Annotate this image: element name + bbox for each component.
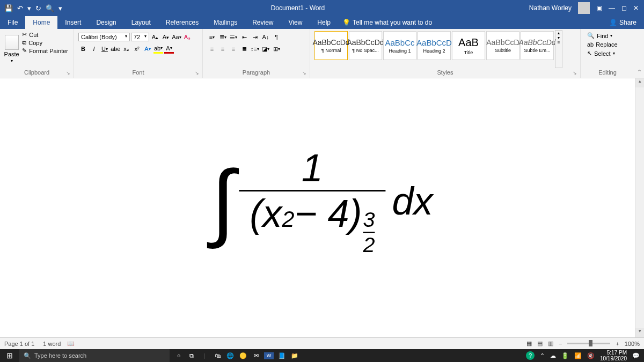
style-no-spacing[interactable]: AaBbCcDd¶ No Spac... (349, 31, 382, 60)
justify-button[interactable]: ≣ (239, 44, 249, 54)
spell-check-icon[interactable]: 📖 (67, 340, 75, 347)
subscript-button[interactable]: x₂ (121, 44, 131, 54)
bullets-button[interactable]: ≡▾ (207, 32, 217, 42)
read-mode-icon[interactable]: ▦ (526, 340, 532, 347)
taskbar-search[interactable]: 🔍 Type here to search (19, 349, 170, 362)
page-status[interactable]: Page 1 of 1 (4, 341, 34, 347)
line-spacing-button[interactable]: ↕≡▾ (250, 44, 260, 54)
style-subtitle[interactable]: AaBbCcDSubtitle (486, 31, 519, 60)
grow-font-button[interactable]: A▴ (150, 32, 160, 42)
cortana-icon[interactable]: ○ (174, 352, 184, 359)
user-name[interactable]: Nathan Worley (529, 4, 572, 12)
styles-launcher[interactable]: ↘ (573, 70, 577, 76)
replace-button[interactable]: abReplace (587, 41, 618, 48)
app-icon[interactable]: 📘 (277, 352, 287, 359)
scroll-down-icon[interactable]: ▾ (635, 328, 644, 337)
tab-help[interactable]: Help (310, 16, 338, 29)
strike-button[interactable]: abc (111, 44, 120, 54)
align-right-button[interactable]: ≡ (229, 44, 238, 54)
cut-button[interactable]: ✂Cut (22, 31, 68, 38)
bold-button[interactable]: B (78, 44, 88, 54)
paste-button[interactable]: Paste ▾ (3, 30, 20, 68)
qat-customize[interactable]: ▾ (58, 4, 62, 12)
tab-design[interactable]: Design (89, 16, 123, 29)
volume-icon[interactable]: 🔇 (587, 352, 595, 359)
style-normal[interactable]: AaBbCcDd¶ Normal (314, 31, 348, 60)
mail-icon[interactable]: ✉ (251, 352, 261, 359)
help-icon[interactable]: ? (526, 351, 535, 360)
tab-home[interactable]: Home (25, 16, 57, 29)
styles-scroll-down[interactable]: ▾ (555, 35, 562, 40)
shrink-font-button[interactable]: A▾ (161, 32, 171, 42)
edge-icon[interactable]: 🌐 (225, 352, 235, 359)
clear-format-button[interactable]: Aᵩ (182, 32, 192, 42)
align-left-button[interactable]: ≡ (207, 44, 217, 54)
share-button[interactable]: 👤 Share (602, 19, 644, 26)
style-subtle-em[interactable]: AaBbCcDdSubtle Em... (521, 31, 554, 60)
sort-button[interactable]: A↓ (261, 32, 270, 42)
onedrive-icon[interactable]: ☁ (550, 352, 556, 359)
style-heading1[interactable]: AaBbCcHeading 1 (383, 31, 416, 60)
word-count[interactable]: 1 word (43, 341, 61, 347)
minimize-icon[interactable]: — (609, 4, 615, 12)
clipboard-launcher[interactable]: ↘ (66, 70, 70, 76)
web-layout-icon[interactable]: ▥ (548, 340, 553, 347)
styles-expand[interactable]: ≡ (555, 40, 562, 45)
borders-button[interactable]: ⊞▾ (272, 44, 281, 54)
font-color-button[interactable]: A▾ (164, 44, 174, 54)
paragraph-launcher[interactable]: ↘ (302, 70, 306, 76)
tab-references[interactable]: References (158, 16, 206, 29)
align-center-button[interactable]: ≡ (218, 44, 228, 54)
tab-insert[interactable]: Insert (57, 16, 89, 29)
battery-icon[interactable]: 🔋 (561, 352, 569, 359)
tab-file[interactable]: File (0, 16, 25, 29)
close-icon[interactable]: ✕ (633, 4, 639, 12)
tab-review[interactable]: Review (245, 16, 281, 29)
collapse-ribbon-button[interactable]: ⌃ (634, 29, 644, 78)
font-name-select[interactable]: Calibri (Body)▾ (78, 33, 130, 41)
show-marks-button[interactable]: ¶ (272, 32, 281, 42)
word-icon[interactable]: W (264, 352, 274, 359)
document-canvas[interactable]: ∫ 1 (x2 − 4)32 dx ▴ ▾ (0, 78, 644, 337)
save-icon[interactable]: 💾 (4, 4, 13, 12)
clock[interactable]: 5:17 PM 10/19/2020 (600, 350, 627, 361)
multilevel-button[interactable]: ☰▾ (229, 32, 238, 42)
tell-me-search[interactable]: 💡 Tell me what you want to do (342, 19, 432, 26)
ribbon-display-icon[interactable]: ▣ (596, 4, 602, 12)
zoom-out-button[interactable]: − (559, 341, 562, 347)
change-case-button[interactable]: Aa▾ (172, 32, 181, 42)
chrome-icon[interactable]: 🟡 (238, 352, 248, 359)
tab-layout[interactable]: Layout (124, 16, 158, 29)
copy-button[interactable]: ⧉Copy (22, 39, 68, 46)
redo-icon[interactable]: ↻ (35, 4, 41, 12)
avatar[interactable] (578, 2, 590, 14)
italic-button[interactable]: I (89, 44, 99, 54)
shading-button[interactable]: ◪▾ (261, 44, 270, 54)
highlight-button[interactable]: ab▾ (153, 44, 163, 54)
format-painter-button[interactable]: ✎Format Painter (22, 47, 68, 54)
zoom-level[interactable]: 100% (625, 341, 640, 347)
text-effects-button[interactable]: A▾ (143, 44, 152, 54)
vertical-scrollbar[interactable]: ▴ ▾ (635, 78, 644, 337)
numbering-button[interactable]: ≣▾ (218, 32, 228, 42)
font-launcher[interactable]: ↘ (195, 70, 199, 76)
zoom-in-button[interactable]: + (616, 341, 619, 347)
maximize-icon[interactable]: ◻ (621, 4, 627, 12)
start-button[interactable]: ⊞ (0, 351, 19, 360)
explorer-icon[interactable]: 📁 (290, 352, 299, 359)
tray-up-icon[interactable]: ⌃ (540, 352, 545, 359)
underline-button[interactable]: U▾ (100, 44, 109, 54)
print-preview-icon[interactable]: 🔍 (46, 4, 54, 12)
undo-icon[interactable]: ↶ (17, 4, 23, 12)
increase-indent-button[interactable]: ⇥ (250, 32, 260, 42)
select-button[interactable]: ↖Select▾ (587, 50, 618, 57)
print-layout-icon[interactable]: ▤ (537, 340, 543, 347)
store-icon[interactable]: 🛍 (213, 352, 222, 359)
style-heading2[interactable]: AaBbCcDHeading 2 (418, 31, 451, 60)
notifications-icon[interactable]: 💬 (632, 352, 640, 359)
font-size-select[interactable]: 72▾ (131, 33, 149, 41)
task-view-icon[interactable]: ⧉ (187, 352, 196, 359)
decrease-indent-button[interactable]: ⇤ (239, 32, 249, 42)
tab-mailings[interactable]: Mailings (206, 16, 245, 29)
scroll-up-icon[interactable]: ▴ (635, 78, 644, 87)
